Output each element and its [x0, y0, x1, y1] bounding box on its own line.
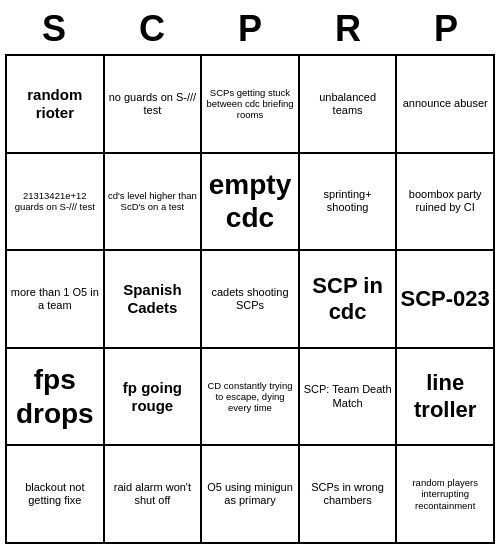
- bingo-cell: O5 using minigun as primary: [202, 446, 300, 544]
- bingo-cell: Spanish Cadets: [105, 251, 203, 349]
- title-letter-p: P: [201, 8, 299, 50]
- bingo-cell: SCP in cdc: [300, 251, 398, 349]
- bingo-cell: raid alarm won't shut off: [105, 446, 203, 544]
- bingo-cell: boombox party ruined by CI: [397, 154, 495, 252]
- bingo-cell: empty cdc: [202, 154, 300, 252]
- bingo-cell: SCPs in wrong chambers: [300, 446, 398, 544]
- bingo-cell: unbalanced teams: [300, 56, 398, 154]
- bingo-cell: SCPs getting stuck between cdc briefing …: [202, 56, 300, 154]
- title-letter-r: R: [299, 8, 397, 50]
- bingo-title: S C P R P: [5, 0, 495, 54]
- bingo-cell: SCP: Team Death Match: [300, 349, 398, 447]
- title-letter-s: S: [5, 8, 103, 50]
- bingo-cell: blackout not getting fixe: [7, 446, 105, 544]
- bingo-cell: cadets shooting SCPs: [202, 251, 300, 349]
- bingo-cell: random rioter: [7, 56, 105, 154]
- bingo-cell: random players interrupting recontainmen…: [397, 446, 495, 544]
- bingo-cell: no guards on S-/// test: [105, 56, 203, 154]
- bingo-cell: line troller: [397, 349, 495, 447]
- bingo-cell: announce abuser: [397, 56, 495, 154]
- bingo-cell: cd's level higher than ScD's on a test: [105, 154, 203, 252]
- title-letter-p2: P: [397, 8, 495, 50]
- bingo-grid: random rioterno guards on S-/// testSCPs…: [5, 54, 495, 544]
- bingo-cell: fp going rouge: [105, 349, 203, 447]
- bingo-cell: 21313421e+12 guards on S-/// test: [7, 154, 105, 252]
- bingo-cell: fps drops: [7, 349, 105, 447]
- bingo-cell: more than 1 O5 in a team: [7, 251, 105, 349]
- title-letter-c: C: [103, 8, 201, 50]
- bingo-cell: sprinting+ shooting: [300, 154, 398, 252]
- bingo-cell: CD constantly trying to escape, dying ev…: [202, 349, 300, 447]
- bingo-cell: SCP-023: [397, 251, 495, 349]
